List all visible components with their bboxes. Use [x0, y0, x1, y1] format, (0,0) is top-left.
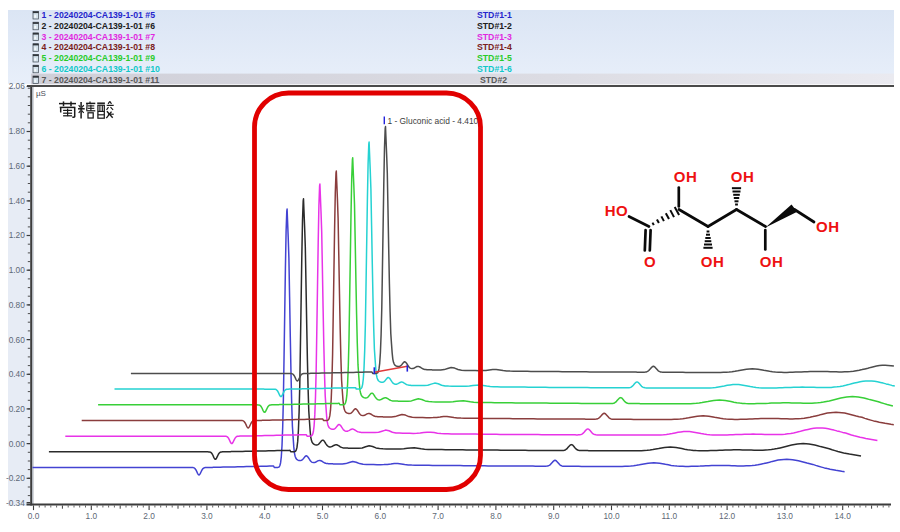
svg-text:0.80: 0.80: [9, 300, 26, 310]
svg-text:11.0: 11.0: [662, 511, 678, 521]
svg-text:0.20: 0.20: [9, 404, 26, 414]
svg-text:14.0: 14.0: [835, 511, 852, 521]
svg-text:OH: OH: [674, 168, 698, 185]
svg-text:STD#1-4: STD#1-4: [477, 42, 512, 52]
svg-text:1.20: 1.20: [9, 230, 26, 240]
svg-text:0.0: 0.0: [28, 511, 40, 521]
svg-text:OH: OH: [816, 218, 840, 235]
svg-text:1.60: 1.60: [9, 161, 26, 171]
svg-text:9.0: 9.0: [548, 511, 560, 521]
svg-text:12.0: 12.0: [719, 511, 736, 521]
svg-text:µS: µS: [36, 89, 46, 98]
svg-text:5 - 20240204-CA139-1-01 #9: 5 - 20240204-CA139-1-01 #9: [42, 53, 156, 63]
svg-text:STD#1-5: STD#1-5: [477, 53, 512, 63]
svg-text:1.0: 1.0: [86, 511, 98, 521]
svg-text:0.40: 0.40: [9, 369, 26, 379]
svg-text:1 - Gluconic acid - 4.410: 1 - Gluconic acid - 4.410: [388, 116, 479, 126]
svg-text:STD#2: STD#2: [480, 75, 507, 85]
svg-text:3 - 20240204-CA139-1-01 #7: 3 - 20240204-CA139-1-01 #7: [42, 32, 156, 42]
svg-text:7.0: 7.0: [432, 511, 444, 521]
svg-text:6.0: 6.0: [375, 511, 387, 521]
svg-text:2.06: 2.06: [9, 81, 26, 91]
svg-text:-0.34: -0.34: [6, 498, 25, 508]
svg-text:STD#1-2: STD#1-2: [477, 21, 512, 31]
svg-text:STD#1-6: STD#1-6: [477, 64, 512, 74]
svg-text:13.0: 13.0: [777, 511, 794, 521]
svg-text:4.0: 4.0: [259, 511, 271, 521]
svg-text:O: O: [644, 253, 656, 270]
svg-text:STD#1-1: STD#1-1: [477, 10, 512, 20]
svg-text:HO: HO: [605, 202, 629, 219]
svg-text:-0.20: -0.20: [6, 473, 25, 483]
svg-text:OH: OH: [701, 253, 725, 270]
svg-text:8.0: 8.0: [490, 511, 502, 521]
svg-text:1.40: 1.40: [9, 196, 26, 206]
svg-text:4 - 20240204-CA139-1-01 #8: 4 - 20240204-CA139-1-01 #8: [42, 42, 156, 52]
svg-text:2 - 20240204-CA139-1-01 #6: 2 - 20240204-CA139-1-01 #6: [42, 21, 156, 31]
svg-text:OH: OH: [760, 253, 784, 270]
svg-text:1 - 20240204-CA139-1-01 #5: 1 - 20240204-CA139-1-01 #5: [42, 10, 156, 20]
svg-text:OH: OH: [731, 168, 755, 185]
svg-text:0.00: 0.00: [9, 439, 26, 449]
svg-text:1.00: 1.00: [9, 265, 26, 275]
svg-text:6 - 20240204-CA139-1-01 #10: 6 - 20240204-CA139-1-01 #10: [42, 64, 160, 74]
svg-text:7 - 20240204-CA139-1-01 #11: 7 - 20240204-CA139-1-01 #11: [42, 75, 160, 85]
svg-text:5.0: 5.0: [317, 511, 329, 521]
svg-text:2.0: 2.0: [143, 511, 155, 521]
svg-text:STD#1-3: STD#1-3: [477, 32, 512, 42]
svg-text:3.0: 3.0: [201, 511, 213, 521]
svg-text:0.60: 0.60: [9, 335, 26, 345]
svg-text:10.0: 10.0: [603, 511, 620, 521]
svg-text:1.80: 1.80: [9, 126, 26, 136]
